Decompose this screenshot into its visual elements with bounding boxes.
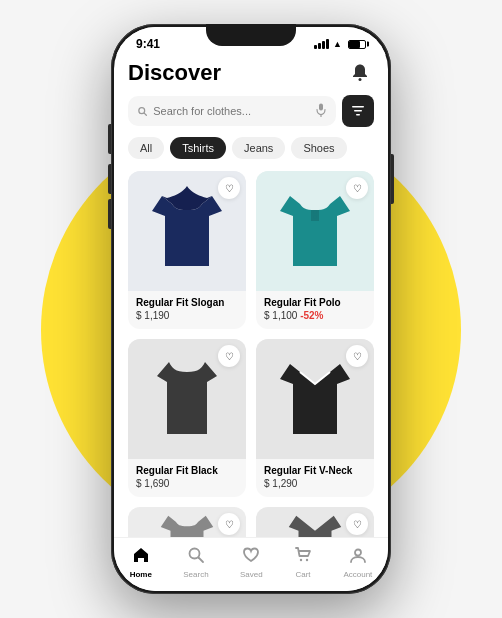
wishlist-button-5[interactable]: ♡ <box>218 513 240 535</box>
product-image-4: ♡ <box>256 339 374 459</box>
product-image-5: ♡ <box>128 507 246 537</box>
svg-rect-6 <box>356 114 360 116</box>
nav-label-saved: Saved <box>240 570 263 579</box>
product-price-3: $ 1,690 <box>136 478 238 489</box>
svg-point-8 <box>313 215 317 219</box>
bottom-navigation: Home Search <box>114 537 388 591</box>
phone-screen: 9:41 ▲ Disco <box>114 27 388 591</box>
price-value-2: $ 1,100 <box>264 310 300 321</box>
nav-label-home: Home <box>130 570 152 579</box>
product-image-2: ♡ <box>256 171 374 291</box>
svg-point-0 <box>359 78 362 81</box>
search-icon <box>138 106 147 117</box>
phone-notch <box>206 24 296 46</box>
tab-jeans[interactable]: Jeans <box>232 137 285 159</box>
svg-point-12 <box>355 550 361 556</box>
svg-rect-5 <box>354 110 362 112</box>
product-shirt-svg-1 <box>147 186 227 276</box>
home-icon <box>132 546 150 568</box>
nav-label-account: Account <box>343 570 372 579</box>
product-shirt-svg-6 <box>285 507 345 537</box>
filter-button[interactable] <box>342 95 374 127</box>
product-shirt-svg-3 <box>147 354 227 444</box>
microphone-icon[interactable] <box>316 103 326 119</box>
svg-rect-2 <box>319 104 323 111</box>
product-card-2[interactable]: ♡ Regular Fit Polo $ 1,100 -52% <box>256 171 374 329</box>
status-icons: ▲ <box>314 39 366 49</box>
wishlist-button-6[interactable]: ♡ <box>346 513 368 535</box>
battery-icon <box>348 40 366 49</box>
wishlist-button-4[interactable]: ♡ <box>346 345 368 367</box>
app-content: Discover <box>114 55 388 537</box>
price-value-4: $ 1,290 <box>264 478 297 489</box>
status-time: 9:41 <box>136 37 160 51</box>
nav-item-saved[interactable]: Saved <box>240 546 263 579</box>
page-title: Discover <box>128 60 221 86</box>
phone-shell: 9:41 ▲ Disco <box>111 24 391 594</box>
price-value-1: $ 1,190 <box>136 310 169 321</box>
product-name-3: Regular Fit Black <box>136 465 238 476</box>
wishlist-button-2[interactable]: ♡ <box>346 177 368 199</box>
discount-badge-2: -52% <box>300 310 323 321</box>
product-name-4: Regular Fit V-Neck <box>264 465 366 476</box>
product-card-3[interactable]: ♡ Regular Fit Black $ 1,690 <box>128 339 246 497</box>
product-image-1: ♡ <box>128 171 246 291</box>
product-shirt-svg-5 <box>157 507 217 537</box>
product-card-4[interactable]: ♡ Regular Fit V-Neck $ 1,290 <box>256 339 374 497</box>
app-header: Discover <box>128 55 374 95</box>
search-nav-icon <box>187 546 205 568</box>
product-price-1: $ 1,190 <box>136 310 238 321</box>
nav-item-home[interactable]: Home <box>130 546 152 579</box>
product-card-5[interactable]: ♡ <box>128 507 246 537</box>
product-card-1[interactable]: ♡ Regular Fit Slogan $ 1,190 <box>128 171 246 329</box>
product-image-6: ♡ <box>256 507 374 537</box>
tab-tshirts[interactable]: Tshirts <box>170 137 226 159</box>
nav-item-search[interactable]: Search <box>183 546 208 579</box>
notification-bell-icon[interactable] <box>346 59 374 87</box>
product-price-4: $ 1,290 <box>264 478 366 489</box>
price-value-3: $ 1,690 <box>136 478 169 489</box>
svg-point-1 <box>139 107 145 113</box>
cart-nav-icon <box>294 546 312 568</box>
product-shirt-svg-2 <box>275 186 355 276</box>
product-price-2: $ 1,100 -52% <box>264 310 366 321</box>
product-info-3: Regular Fit Black $ 1,690 <box>128 459 246 497</box>
tab-shoes[interactable]: Shoes <box>291 137 346 159</box>
nav-item-cart[interactable]: Cart <box>294 546 312 579</box>
wishlist-button-3[interactable]: ♡ <box>218 345 240 367</box>
wifi-icon: ▲ <box>333 39 342 49</box>
svg-point-7 <box>313 210 317 214</box>
search-bar <box>128 95 374 127</box>
svg-rect-4 <box>352 106 364 108</box>
tab-all[interactable]: All <box>128 137 164 159</box>
product-grid: ♡ Regular Fit Slogan $ 1,190 <box>128 171 374 537</box>
product-name-2: Regular Fit Polo <box>264 297 366 308</box>
category-tabs: All Tshirts Jeans Shoes <box>128 137 374 159</box>
product-info-4: Regular Fit V-Neck $ 1,290 <box>256 459 374 497</box>
search-input[interactable] <box>153 105 310 117</box>
svg-point-11 <box>306 559 308 561</box>
product-shirt-svg-4 <box>275 354 355 444</box>
search-input-wrap[interactable] <box>128 96 336 126</box>
svg-point-10 <box>300 559 302 561</box>
wishlist-button-1[interactable]: ♡ <box>218 177 240 199</box>
nav-item-account[interactable]: Account <box>343 546 372 579</box>
heart-nav-icon <box>242 546 260 568</box>
nav-label-search: Search <box>183 570 208 579</box>
phone-mockup: 9:41 ▲ Disco <box>111 24 391 594</box>
product-card-6[interactable]: ♡ <box>256 507 374 537</box>
account-nav-icon <box>349 546 367 568</box>
product-image-3: ♡ <box>128 339 246 459</box>
product-info-1: Regular Fit Slogan $ 1,190 <box>128 291 246 329</box>
signal-bars-icon <box>314 39 329 49</box>
product-name-1: Regular Fit Slogan <box>136 297 238 308</box>
product-info-2: Regular Fit Polo $ 1,100 -52% <box>256 291 374 329</box>
nav-label-cart: Cart <box>295 570 310 579</box>
